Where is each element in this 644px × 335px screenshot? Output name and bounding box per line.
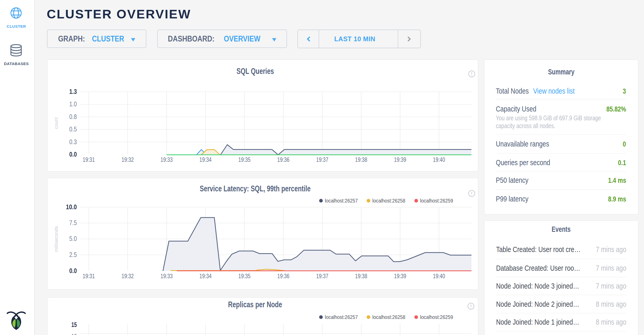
svg-text:19:32: 19:32 [122, 273, 134, 280]
svg-text:19:33: 19:33 [161, 273, 173, 280]
svg-text:0.8: 0.8 [69, 113, 77, 120]
svg-text:10: 10 [71, 333, 77, 335]
svg-text:1.3: 1.3 [69, 88, 77, 95]
svg-text:milliseconds: milliseconds [53, 226, 59, 252]
svg-text:7.5: 7.5 [69, 219, 77, 226]
svg-text:19:32: 19:32 [122, 156, 134, 163]
svg-text:5.0: 5.0 [69, 235, 77, 242]
svg-text:0.5: 0.5 [69, 125, 77, 133]
svg-text:19:34: 19:34 [200, 156, 212, 163]
svg-text:19:31: 19:31 [83, 273, 95, 280]
svg-text:0.0: 0.0 [69, 267, 77, 274]
svg-text:19:38: 19:38 [355, 273, 367, 280]
svg-text:localhost:26258: localhost:26258 [372, 198, 405, 204]
svg-text:19:35: 19:35 [238, 273, 251, 280]
svg-text:19:33: 19:33 [161, 156, 173, 163]
svg-text:19:37: 19:37 [316, 273, 328, 280]
svg-text:localhost:26259: localhost:26259 [420, 198, 453, 204]
svg-text:localhost:26257: localhost:26257 [325, 314, 358, 320]
svg-text:19:36: 19:36 [277, 273, 290, 280]
svg-text:19:38: 19:38 [355, 156, 367, 163]
svg-text:19:31: 19:31 [83, 156, 95, 163]
svg-text:19:34: 19:34 [200, 273, 212, 280]
svg-text:19:39: 19:39 [394, 156, 406, 163]
svg-text:10.0: 10.0 [66, 203, 77, 211]
svg-text:2.5: 2.5 [69, 251, 77, 258]
svg-text:19:36: 19:36 [277, 156, 290, 163]
svg-text:19:40: 19:40 [433, 156, 445, 163]
svg-text:19:35: 19:35 [238, 156, 251, 163]
svg-text:localhost:26259: localhost:26259 [420, 314, 453, 320]
svg-text:localhost:26257: localhost:26257 [325, 198, 358, 204]
svg-text:19:37: 19:37 [316, 156, 328, 163]
svg-text:0.3: 0.3 [69, 138, 77, 145]
svg-text:15: 15 [71, 321, 77, 328]
svg-text:19:40: 19:40 [433, 273, 445, 280]
svg-text:count: count [53, 117, 59, 129]
svg-text:1.0: 1.0 [69, 100, 77, 108]
svg-text:19:39: 19:39 [394, 273, 406, 280]
svg-text:localhost:26258: localhost:26258 [372, 314, 405, 320]
svg-text:0.0: 0.0 [69, 151, 77, 158]
